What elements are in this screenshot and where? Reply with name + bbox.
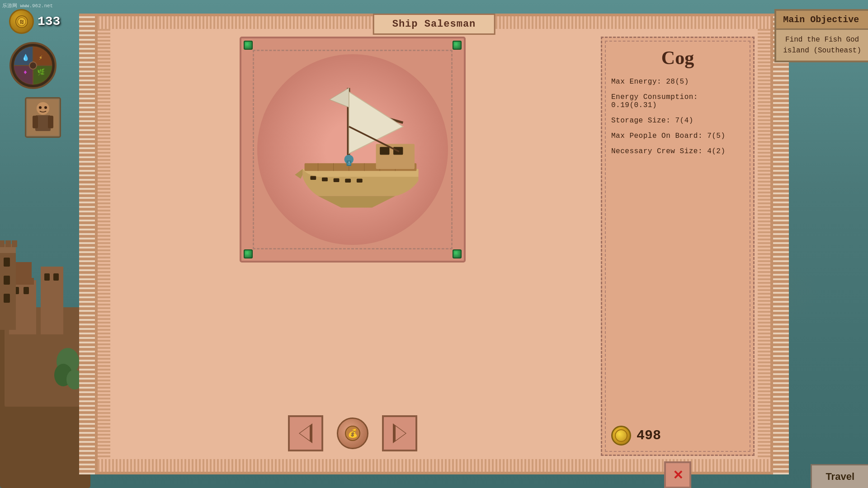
character-portrait — [25, 97, 61, 138]
svg-rect-22 — [4, 258, 10, 267]
city-background-art — [0, 226, 90, 488]
svg-rect-10 — [24, 287, 29, 294]
objective-title: Main Objective — [783, 14, 859, 25]
objective-box: Main Objective Find the Fish Godisland (… — [774, 9, 868, 62]
currency-icon: ₪ — [9, 9, 34, 34]
prev-arrow-icon — [299, 423, 312, 443]
svg-text:⚡: ⚡ — [39, 54, 42, 61]
watermark: 乐游网 www.962.net — [2, 2, 53, 9]
gold-coin-inner — [615, 429, 627, 442]
ship-circle: ⚓ — [257, 54, 448, 245]
svg-text:₪: ₪ — [20, 19, 24, 26]
panel-title: Ship Salesman — [392, 19, 476, 30]
close-icon: ✕ — [673, 468, 683, 483]
stats-section: Cog Max Energy: 28(5) Energy Consumption… — [601, 37, 755, 456]
price-display: 498 — [611, 417, 744, 446]
stat-crew-size: Necessary Crew Size: 4(2) — [611, 147, 744, 155]
corner-gem-tl — [244, 41, 253, 50]
svg-text:💧: 💧 — [22, 54, 30, 61]
svg-rect-24 — [4, 294, 10, 303]
svg-rect-6 — [16, 278, 20, 285]
svg-point-36 — [29, 62, 37, 69]
svg-rect-8 — [29, 278, 34, 285]
ship-section: ⚓ 💰 — [113, 32, 592, 456]
svg-text:🌿: 🌿 — [37, 68, 45, 76]
objective-title-bar: Main Objective — [776, 11, 868, 30]
ship-display: ⚓ — [240, 37, 466, 263]
svg-rect-12 — [53, 273, 59, 281]
svg-rect-20 — [5, 240, 11, 247]
svg-rect-41 — [48, 116, 53, 128]
stat-storage-size: Storage Size: 7(4) — [611, 117, 744, 125]
next-arrow-icon — [393, 423, 406, 443]
svg-rect-23 — [4, 276, 10, 285]
svg-rect-54 — [380, 147, 389, 155]
stat-max-people: Max People On Board: 7(5) — [611, 132, 744, 140]
main-panel: Ship Salesman — [95, 14, 773, 474]
svg-point-38 — [37, 102, 49, 115]
ship-price: 498 — [637, 428, 661, 443]
stat-energy-consumption: Energy Consumption: 0.19(0.31) — [611, 93, 744, 109]
svg-rect-21 — [12, 240, 17, 247]
travel-label: Travel — [826, 471, 854, 482]
navigation-buttons: 💰 — [288, 415, 417, 451]
svg-rect-60 — [357, 178, 363, 183]
objective-content: Find the Fish Godisland (Southeast) — [776, 30, 868, 61]
svg-rect-59 — [345, 178, 351, 183]
svg-point-43 — [44, 106, 47, 109]
panel-content: ⚓ 💰 — [113, 32, 755, 456]
close-button[interactable]: ✕ — [664, 461, 691, 488]
stat-max-energy: Max Energy: 28(5) — [611, 78, 744, 86]
select-ship-button[interactable]: 💰 — [337, 418, 368, 449]
svg-rect-58 — [333, 178, 339, 182]
objective-text: Find the Fish Godisland (Southeast) — [783, 34, 861, 56]
prev-ship-button[interactable] — [288, 415, 323, 451]
svg-rect-56 — [310, 176, 316, 180]
svg-text:♦: ♦ — [24, 69, 27, 76]
panel-title-bar: Ship Salesman — [373, 14, 495, 35]
skills-wheel: ⚡ 🌿 ♦ 💧 — [8, 41, 58, 90]
svg-text:⚓: ⚓ — [347, 160, 351, 166]
close-button-container: ✕ — [664, 461, 691, 488]
svg-rect-19 — [0, 240, 5, 247]
ship-name: Cog — [611, 47, 744, 69]
panel-border-right — [773, 14, 789, 474]
svg-rect-40 — [33, 116, 38, 128]
corner-gem-bl — [244, 249, 253, 258]
currency-display: ₪ 133 — [9, 9, 60, 34]
travel-button[interactable]: Travel — [811, 464, 868, 488]
ship-frame: ⚓ — [240, 37, 466, 263]
corner-gem-tr — [453, 41, 462, 50]
currency-value: 133 — [38, 14, 60, 28]
corner-gem-br — [453, 249, 462, 258]
svg-rect-57 — [322, 177, 328, 181]
next-ship-button[interactable] — [382, 415, 417, 451]
svg-rect-3 — [41, 267, 63, 334]
svg-point-42 — [39, 106, 42, 109]
gold-coin-icon — [611, 426, 631, 446]
panel-border-left — [79, 14, 95, 474]
svg-text:💰: 💰 — [348, 428, 358, 438]
svg-rect-7 — [23, 278, 27, 285]
svg-rect-11 — [44, 273, 50, 281]
